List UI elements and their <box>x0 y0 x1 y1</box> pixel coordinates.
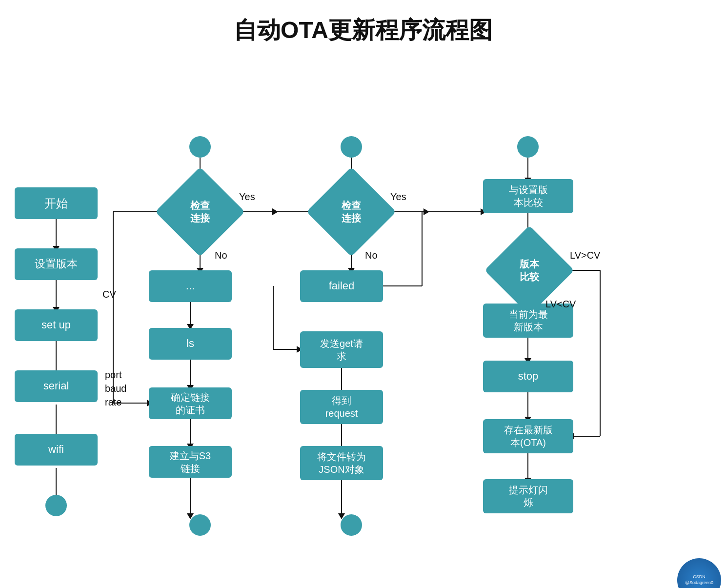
arrows-svg <box>0 56 726 588</box>
circle-col1-bottom <box>45 495 67 516</box>
label-no1: No <box>215 250 227 261</box>
box-failed: failed <box>300 270 383 302</box>
box-cert: 确定链接的证书 <box>149 387 232 419</box>
svg-marker-13 <box>272 208 278 215</box>
svg-marker-31 <box>424 208 429 215</box>
box-to-json: 将文件转为JSON对象 <box>300 446 383 480</box>
watermark-badge: CSDN@Sodagreen0 <box>677 558 721 588</box>
box-send-get: 发送get请求 <box>300 331 383 368</box>
box-wifi: wifi <box>15 434 98 466</box>
box-start: 开始 <box>15 187 98 219</box>
box-set-version: 设置版本 <box>15 248 98 280</box>
circle-col3-bottom <box>341 514 362 536</box>
box-s3: 建立与S3链接 <box>149 446 232 478</box>
label-no2: No <box>365 250 378 261</box>
box-ota-update: 存在最新版本(OTA) <box>483 419 573 453</box>
diamond-check-conn2: 检查连接 <box>315 180 388 243</box>
label-yes1: Yes <box>239 191 255 203</box>
label-yes2: Yes <box>390 191 406 203</box>
circle-col2-top <box>189 136 211 158</box>
label-lv-gt-cv: LV>CV <box>570 250 600 261</box>
label-cv: CV <box>102 289 116 300</box>
box-serial: serial <box>15 370 98 402</box>
circle-col2-bottom <box>189 514 211 536</box>
box-stop: stop <box>483 361 573 392</box>
flowchart: 开始 设置版本 set up serial wifi portbaudrate … <box>0 56 726 588</box>
box-ls: ls <box>149 328 232 360</box>
label-port-baud: portbaudrate <box>105 368 127 409</box>
diamond-check-conn1: 检查连接 <box>163 180 237 243</box>
box-dots: ... <box>149 270 232 302</box>
page-title: 自动OTA更新程序流程图 <box>0 0 726 56</box>
circle-col3-top <box>341 136 362 158</box>
box-flash: 提示灯闪烁 <box>483 479 573 513</box>
box-setup: set up <box>15 309 98 341</box>
circle-col4-top <box>517 136 539 158</box>
label-lv-lt-cv: LV<CV <box>545 299 576 310</box>
watermark-text: CSDN@Sodagreen0 <box>685 574 713 586</box>
box-compare-version: 与设置版本比较 <box>483 179 573 213</box>
box-get-request: 得到request <box>300 390 383 424</box>
diamond-version-compare: 版本比较 <box>493 236 566 304</box>
